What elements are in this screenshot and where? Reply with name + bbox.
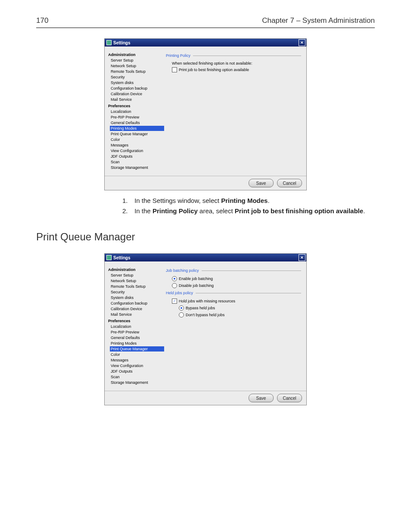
group-job-batching: Job batching policy — [166, 268, 301, 273]
sidebar-group-preferences: Preferences — [108, 104, 164, 108]
titlebar: Settings ✕ — [105, 39, 306, 47]
sidebar-item[interactable]: JDF Outputs — [110, 369, 164, 374]
save-button[interactable]: Save — [249, 179, 274, 187]
radio-label: Enable job batching — [179, 277, 213, 281]
sidebar-item[interactable]: Configuration backup — [110, 301, 164, 306]
settings-sidebar: Administration Server Setup Network Setu… — [105, 261, 164, 391]
sidebar-item[interactable]: Storage Management — [110, 380, 164, 385]
radio-icon[interactable] — [179, 312, 184, 317]
sidebar-item[interactable]: JDF Outputs — [110, 154, 164, 159]
close-icon[interactable]: ✕ — [299, 39, 305, 46]
sidebar-item[interactable]: Messages — [110, 358, 164, 363]
settings-content: Job batching policy Enable job batching … — [164, 261, 306, 391]
checkbox-row[interactable]: Hold jobs with missing resources — [172, 299, 301, 304]
dialog-footer: Save Cancel — [105, 391, 306, 405]
close-icon[interactable]: ✕ — [299, 254, 305, 261]
sidebar-item[interactable]: Server Setup — [110, 273, 164, 278]
page-header: 170 Chapter 7 – System Administration — [36, 16, 375, 28]
checkbox-icon[interactable] — [172, 67, 177, 72]
checkbox-icon[interactable] — [172, 299, 177, 304]
sidebar-item[interactable]: Localization — [110, 109, 164, 114]
sidebar-item[interactable]: Pre-RIP Preview — [110, 115, 164, 120]
sidebar-item[interactable]: View Configuration — [110, 148, 164, 153]
group-label: Job batching policy — [166, 268, 199, 273]
sidebar-item[interactable]: Network Setup — [110, 63, 164, 68]
radio-row[interactable]: Bypass held jobs — [179, 305, 301, 311]
radio-icon[interactable] — [172, 283, 177, 288]
checkbox-label: Hold jobs with missing resources — [179, 299, 235, 303]
window-title: Settings — [113, 40, 130, 45]
section-heading: Print Queue Manager — [36, 231, 375, 243]
radio-row[interactable]: Disable job batching — [172, 283, 301, 288]
sidebar-item[interactable]: Configuration backup — [110, 86, 164, 91]
sidebar-group-administration: Administration — [108, 268, 164, 272]
group-label: Printing Policy — [166, 53, 190, 58]
settings-dialog-2: Settings ✕ Administration Server Setup N… — [104, 253, 307, 405]
sidebar-item[interactable]: Network Setup — [110, 278, 164, 283]
radio-label: Don't bypass held jobs — [186, 313, 224, 317]
sidebar-item[interactable]: View Configuration — [110, 363, 164, 368]
save-button[interactable]: Save — [249, 394, 274, 402]
app-icon — [106, 255, 112, 260]
checkbox-label: Print job to best finishing option avail… — [179, 68, 249, 72]
window-title: Settings — [113, 255, 130, 260]
sidebar-item[interactable]: Server Setup — [110, 58, 164, 63]
cancel-button[interactable]: Cancel — [277, 179, 302, 187]
dialog-footer: Save Cancel — [105, 176, 306, 190]
group-printing-policy: Printing Policy — [166, 53, 301, 58]
radio-icon[interactable] — [179, 305, 184, 311]
sidebar-item[interactable]: Storage Management — [110, 165, 164, 170]
radio-icon[interactable] — [172, 276, 177, 281]
sidebar-item[interactable]: Print Queue Manager — [110, 131, 164, 137]
group-held-jobs: Held jobs policy — [166, 291, 301, 295]
sidebar-item[interactable]: Color — [110, 352, 164, 357]
sidebar-item[interactable]: Localization — [110, 324, 164, 329]
sidebar-item[interactable]: Remote Tools Setup — [110, 69, 164, 74]
sidebar-item-printing-modes[interactable]: Printing Modes — [110, 126, 164, 131]
settings-sidebar: Administration Server Setup Network Setu… — [105, 47, 164, 176]
radio-row[interactable]: Don't bypass held jobs — [179, 312, 301, 317]
sidebar-item[interactable]: Mail Service — [110, 312, 164, 317]
settings-dialog-1: Settings ✕ Administration Server Setup N… — [104, 38, 307, 190]
radio-row[interactable]: Enable job batching — [172, 276, 301, 281]
chapter-title: Chapter 7 – System Administration — [262, 16, 375, 25]
group-label: Held jobs policy — [166, 291, 193, 295]
instruction-list: 1. In the Settings window, select Printi… — [122, 196, 375, 216]
sidebar-item[interactable]: Scan — [110, 159, 164, 165]
sidebar-item[interactable]: Color — [110, 137, 164, 142]
page-number: 170 — [36, 16, 48, 25]
radio-label: Bypass held jobs — [186, 306, 215, 310]
sidebar-item[interactable]: System disks — [110, 80, 164, 85]
sidebar-item[interactable]: Mail Service — [110, 97, 164, 102]
instruction-1: 1. In the Settings window, select Printi… — [122, 196, 375, 206]
sidebar-item[interactable]: Scan — [110, 374, 164, 380]
instruction-2: 2. In the Printing Policy area, select P… — [122, 206, 375, 216]
sidebar-item-print-queue-manager[interactable]: Print Queue Manager — [110, 346, 164, 352]
sidebar-item[interactable]: Security — [110, 75, 164, 80]
sidebar-item[interactable]: System disks — [110, 295, 164, 300]
sidebar-item[interactable]: Remote Tools Setup — [110, 284, 164, 289]
app-icon — [106, 40, 112, 45]
sidebar-item[interactable]: General Defaults — [110, 120, 164, 125]
policy-description: When selected finishing option is not av… — [172, 61, 301, 65]
settings-content: Printing Policy When selected finishing … — [164, 47, 306, 176]
sidebar-group-administration: Administration — [108, 53, 164, 57]
sidebar-item[interactable]: Calibration Device — [110, 91, 164, 96]
cancel-button[interactable]: Cancel — [277, 394, 302, 402]
titlebar: Settings ✕ — [105, 254, 306, 261]
checkbox-row[interactable]: Print job to best finishing option avail… — [172, 67, 301, 72]
sidebar-item[interactable]: Printing Modes — [110, 341, 164, 346]
radio-label: Disable job batching — [179, 283, 214, 288]
page: 170 Chapter 7 – System Administration Se… — [0, 0, 411, 532]
sidebar-item[interactable]: Calibration Device — [110, 306, 164, 311]
sidebar-item[interactable]: General Defaults — [110, 335, 164, 340]
sidebar-item[interactable]: Messages — [110, 143, 164, 148]
sidebar-item[interactable]: Pre-RIP Preview — [110, 330, 164, 335]
sidebar-item[interactable]: Security — [110, 289, 164, 295]
sidebar-group-preferences: Preferences — [108, 319, 164, 323]
